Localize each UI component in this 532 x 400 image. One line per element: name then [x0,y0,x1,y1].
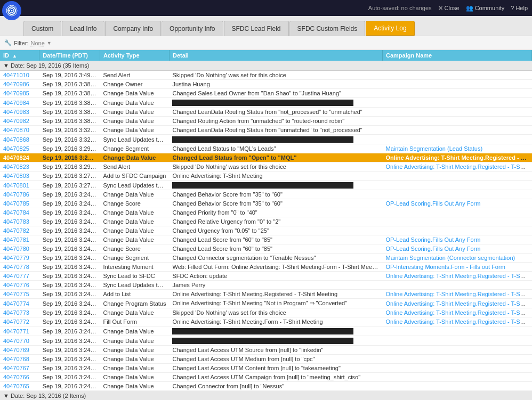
id-link[interactable]: 40470779 [3,255,29,261]
cell-id[interactable]: 40471010 [0,71,39,80]
col-id[interactable]: ID ▲ [0,50,39,61]
id-link[interactable]: 40470778 [3,264,29,270]
tab-sfdc-lead-field[interactable]: SFDC Lead Field [224,21,289,36]
id-link[interactable]: 40470776 [3,282,29,288]
campaign-link[interactable]: Online Advertising: T-Shirt Meeting.Regi… [385,154,531,161]
filter-dropdown-icon[interactable]: ▼ [47,40,52,46]
id-link[interactable]: 40470771 [3,328,29,334]
cell-id[interactable]: 40470768 [0,355,39,364]
cell-id[interactable]: 40470780 [0,244,39,254]
tab-lead-info[interactable]: Lead Info [62,21,104,36]
id-link[interactable]: 40470870 [3,127,29,133]
campaign-link[interactable]: Online Advertising: T-Shirt Meeting.Regi… [385,319,531,325]
campaign-link[interactable]: Online Advertising: T-Shirt Meeting.Regi… [385,164,531,170]
campaign-link[interactable]: OP-Lead Scoring.Fills Out Any Form [385,200,480,207]
col-datetime[interactable]: Date/Time (PDT) [39,50,100,61]
cell-id[interactable]: 40470803 [0,172,39,181]
cell-id[interactable]: 40470823 [0,162,39,172]
col-detail[interactable]: Detail [169,50,382,61]
campaign-link[interactable]: Online Advertising: T-Shirt Meeting.Regi… [385,273,531,279]
campaign-link[interactable]: OP-Lead Scoring.Fills Out Any Form [385,246,480,252]
id-link[interactable]: 40470767 [3,365,29,371]
cell-id[interactable]: 40470983 [0,108,39,117]
tab-activity-log[interactable]: Activity Log [366,21,414,36]
cell-id[interactable]: 40470778 [0,263,39,272]
tab-opportunity-info[interactable]: Opportunity Info [162,21,223,36]
id-link[interactable]: 40470801 [3,182,29,189]
cell-id[interactable]: 40470770 [0,336,39,346]
col-campaign[interactable]: Campaign Name [382,50,531,61]
app-logo[interactable] [2,1,21,20]
cell-id[interactable]: 40470777 [0,272,39,281]
id-link[interactable]: 40470823 [3,164,29,170]
cell-id[interactable]: 40470986 [0,80,39,89]
id-link[interactable]: 40470783 [3,218,29,225]
col-activity-type[interactable]: Activity Type [100,50,169,61]
tab-company-info[interactable]: Company Info [105,21,161,36]
id-link[interactable]: 40470984 [3,100,29,106]
id-link[interactable]: 40470777 [3,273,29,279]
id-link[interactable]: 40470772 [3,319,29,325]
id-link[interactable]: 40470780 [3,246,29,252]
cell-id[interactable]: 40470985 [0,89,39,98]
cell-id[interactable]: 40470774 [0,299,39,308]
cell-id[interactable]: 40470784 [0,208,39,217]
cell-id[interactable]: 40470783 [0,217,39,226]
campaign-link[interactable]: Maintain Segmentation (Lead Status) [385,145,482,152]
id-link[interactable]: 40470985 [3,90,29,96]
cell-id[interactable]: 40470773 [0,308,39,317]
cell-id[interactable]: 40470825 [0,144,39,153]
id-link[interactable]: 40470785 [3,200,29,207]
tab-custom[interactable]: Custom [23,21,61,36]
id-link[interactable]: 40470784 [3,209,29,216]
id-link[interactable]: 40470770 [3,338,29,344]
id-link[interactable]: 40470766 [3,374,29,380]
id-link[interactable]: 40470774 [3,300,29,307]
campaign-link[interactable]: Online Advertising: T-Shirt Meeting.Regi… [385,309,531,316]
cell-id[interactable]: 40470786 [0,190,39,199]
id-link[interactable]: 40470768 [3,356,29,362]
cell-id[interactable]: 40470772 [0,317,39,326]
cell-id[interactable]: 40470781 [0,235,39,244]
cell-id[interactable]: 40470824 [0,153,39,162]
id-link[interactable]: 40470769 [3,347,29,353]
cell-id[interactable]: 40470801 [0,181,39,190]
cell-id[interactable]: 40470765 [0,382,39,391]
filter-value[interactable]: None [31,40,45,46]
cell-id[interactable]: 40470775 [0,290,39,299]
campaign-link[interactable]: Maintain Segmentation (Connector segment… [385,255,515,261]
id-link[interactable]: 40470765 [3,383,29,389]
cell-id[interactable]: 40470984 [0,98,39,108]
campaign-link[interactable]: OP-Lead Scoring.Fills Out Any Form [385,236,480,243]
cell-id[interactable]: 40470769 [0,346,39,355]
cell-id[interactable]: 40470870 [0,126,39,135]
cell-id[interactable]: 40470771 [0,326,39,336]
id-link[interactable]: 40470825 [3,145,29,152]
campaign-link[interactable]: Online Advertising: T-Shirt Meeting.Regi… [385,300,531,307]
id-link[interactable]: 40470803 [3,173,29,179]
cell-id[interactable]: 40470868 [0,135,39,144]
id-link[interactable]: 40470775 [3,291,29,297]
cell-id[interactable]: 40470785 [0,199,39,208]
campaign-link[interactable]: OP-Interesting Moments.Form - Fills out … [385,264,505,270]
cell-id[interactable]: 40470779 [0,254,39,263]
campaign-link[interactable]: Online Advertising: T-Shirt Meeting.Regi… [385,291,531,297]
community-button[interactable]: 👥 Community [466,5,505,12]
id-link[interactable]: 40470982 [3,118,29,124]
tab-sfdc-custom-fields[interactable]: SFDC Custom Fields [289,21,366,36]
id-link[interactable]: 40470983 [3,109,29,115]
id-link[interactable]: 40470773 [3,309,29,316]
cell-id[interactable]: 40470766 [0,373,39,382]
cell-id[interactable]: 40470776 [0,281,39,290]
id-link[interactable]: 40471010 [3,72,29,78]
cell-id[interactable]: 40470782 [0,226,39,235]
id-link[interactable]: 40470786 [3,191,29,198]
close-button[interactable]: ✕ Close [438,5,460,12]
id-link[interactable]: 40470781 [3,236,29,243]
cell-id[interactable]: 40470767 [0,364,39,373]
cell-id[interactable]: 40470982 [0,117,39,126]
id-link[interactable]: 40470824 [3,154,29,161]
help-button[interactable]: ? Help [511,5,528,11]
id-link[interactable]: 40470986 [3,81,29,87]
id-link[interactable]: 40470868 [3,136,29,143]
